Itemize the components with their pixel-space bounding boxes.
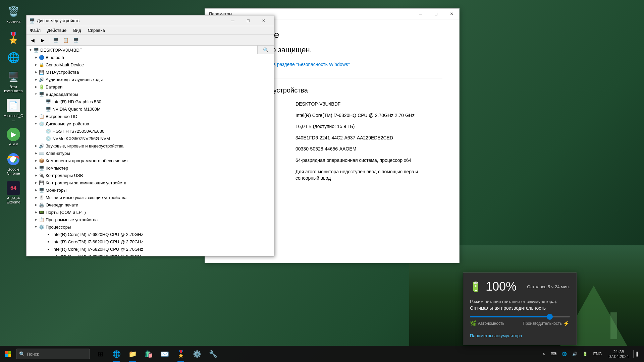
taskbar-item-store[interactable]: 🛍️ [141,346,156,362]
tray-show-hidden[interactable]: ∧ [540,350,547,358]
desktop-icon-office[interactable]: 📄 Microsoft_O... [2,98,25,123]
taskbar-item-settings[interactable]: ⚙️ [189,346,205,362]
device-tree[interactable]: ▼ 🖥️ DESKTOP-V3U4BDF ▶ 🔵 Bluetooth ▶ 🔒 C… [26,46,274,256]
audio-expander[interactable]: ▶ [33,77,39,82]
cpu4-expander [40,254,45,256]
toolbar-properties[interactable]: 📋 [61,36,70,45]
software-expander[interactable]: ▶ [33,158,39,163]
procs-expander[interactable]: ▼ [33,224,39,230]
desktop-icon-edge[interactable]: 🌐 [2,49,25,65]
print-expander[interactable]: ▶ [33,202,39,207]
tree-item-usb[interactable]: ▶ 🔌 Контроллеры USB [26,172,274,179]
tree-item-softdev[interactable]: ▶ 📋 Программные устройства [26,216,274,223]
minimize-button[interactable]: ─ [225,15,240,26]
settings-close[interactable]: ✕ [444,9,459,19]
start-button[interactable] [0,346,16,362]
computer-expander[interactable]: ▶ [33,165,39,171]
tree-item-bluetooth[interactable]: ▶ 🔵 Bluetooth [26,54,274,61]
tree-item-computer[interactable]: ▶ 🖥️ Компьютер [26,164,274,172]
softdev-expander[interactable]: ▶ [33,217,39,222]
root-expander[interactable]: ▼ [28,47,33,53]
tree-item-controlvault[interactable]: ▶ 🔒 ControlVault Device [26,61,274,68]
sound-expander[interactable]: ▶ [33,143,39,148]
usb-expander[interactable]: ▶ [33,173,39,178]
tree-item-procs[interactable]: ▼ ⚙️ Процессоры [26,223,274,231]
ports-expander[interactable]: ▶ [33,209,39,215]
toolbar-forward[interactable]: ▶ [38,36,47,45]
settings-minimize[interactable]: ─ [413,9,428,19]
tray-battery[interactable]: 🔋 [581,350,590,358]
controlvault-expander[interactable]: ▶ [33,62,39,67]
mtd-expander[interactable]: ▶ [33,69,39,75]
menu-action[interactable]: Действие [44,26,70,34]
toolbar-monitor[interactable]: 🖥️ [71,36,80,45]
desktop-icon-wot[interactable]: 🎖️ [2,30,25,46]
taskbar-item-explorer[interactable]: 📁 [125,346,140,362]
taskbar-item-edge[interactable]: 🌐 [109,346,124,362]
monitors-expander[interactable]: ▶ [33,187,39,193]
taskbar-item-app1[interactable]: 🔧 [205,346,221,362]
battery-settings-link[interactable]: Параметры аккумулятора [470,333,570,338]
tree-item-cpu4[interactable]: ▪ Intel(R) Core(TM) i7-6820HQ CPU @ 2.70… [26,253,274,256]
tree-item-ports[interactable]: ▶ 📟 Порты (COM и LPT) [26,208,274,216]
tree-item-cpu2[interactable]: ▪ Intel(R) Core(TM) i7-6820HQ CPU @ 2.70… [26,238,274,245]
tree-item-audio[interactable]: ▶ 🔊 Аудиовходы и аудиовыходы [26,76,274,83]
mice-expander[interactable]: ▶ [33,195,39,200]
tray-sound[interactable]: 🔊 [570,350,579,358]
tree-item-hgst[interactable]: 💿 HGST HTS725050A7E630 [26,127,274,135]
tree-item-mice[interactable]: ▶ 🖱️ Мыши и иные указывающие устройства [26,194,274,201]
tray-keyboard[interactable]: ⌨ [549,350,558,358]
tree-item-sound[interactable]: ▶ 🔊 Звуковые, игровые и видеоустройства [26,142,274,149]
taskbar-search-box[interactable]: 🔍 Поиск [16,349,90,359]
toolbar-back[interactable]: ◀ [28,36,37,45]
tray-show-desktop[interactable]: ▌ [633,350,641,358]
tree-item-disk[interactable]: ▼ 💿 Дисковые устройства [26,120,274,127]
bluetooth-expander[interactable]: ▶ [33,55,39,60]
tree-item-hd530[interactable]: 🖥️ Intel(R) HD Graphics 530 [26,98,274,105]
tree-item-battery[interactable]: ▶ 🔋 Батареи [26,83,274,90]
menu-help[interactable]: Справка [85,26,108,34]
close-button[interactable]: ✕ [256,15,271,26]
tree-item-software[interactable]: ▶ 📦 Компоненты программного обеспечения [26,157,274,164]
settings-maximize[interactable]: □ [428,9,444,19]
video-expander[interactable]: ▼ [33,92,39,97]
keyboard-expander[interactable]: ▶ [33,150,39,156]
device-manager-content: ▼ 🖥️ DESKTOP-V3U4BDF ▶ 🔵 Bluetooth ▶ 🔒 C… [26,46,274,256]
battery-expander[interactable]: ▶ [33,84,39,89]
toolbar-computer[interactable]: 🖥️ [51,36,60,45]
desktop-icon-chrome[interactable]: Google Chrome [2,151,25,177]
tree-item-firmware[interactable]: ▶ 📋 Встроенное ПО [26,113,274,120]
desktop-icon-aimp[interactable]: ▶ AIMP [2,126,25,148]
taskbar-clock[interactable]: 21:38 07.04.2024 [605,349,632,359]
firmware-expander[interactable]: ▶ [33,114,39,119]
taskbar-task-view[interactable]: ⊞ [93,346,108,362]
maximize-button[interactable]: □ [240,15,256,26]
battery-slider[interactable] [470,316,570,317]
bluetooth-label: Bluetooth [46,55,64,60]
ports-icon: 📟 [39,209,45,215]
tree-item-cpu3[interactable]: ▪ Intel(R) Core(TM) i7-6820HQ CPU @ 2.70… [26,245,274,253]
tray-lang[interactable]: ENG [591,350,604,358]
tree-root[interactable]: ▼ 🖥️ DESKTOP-V3U4BDF [26,46,274,54]
tree-item-nvme[interactable]: 💿 NVMe KXG50ZNV256G NVM [26,135,274,142]
tree-item-keyboard[interactable]: ▶ ⌨️ Клавиатуры [26,149,274,157]
taskbar-item-mail[interactable]: ✉️ [157,346,172,362]
tree-item-mtd[interactable]: ▶ 💾 MTD-устройства [26,68,274,76]
tree-item-cpu1[interactable]: ▪ Intel(R) Core(TM) i7-6820HQ CPU @ 2.70… [26,231,274,238]
storage-expander[interactable]: ▶ [33,180,39,185]
tray-network[interactable]: 🌐 [560,350,569,358]
tree-item-print[interactable]: ▶ 🖨️ Очереди печати [26,201,274,208]
battery-slider-thumb[interactable] [547,314,553,320]
desktop-icon-computer[interactable]: 🖥️ Этот компьютер [2,69,25,94]
tree-item-storage[interactable]: ▶ 💾 Контроллеры запоминающих устройств [26,179,274,186]
tree-item-video[interactable]: ▼ 🖥️ Видеоадаптеры [26,90,274,98]
taskbar-item-wot[interactable]: 🎖️ [173,346,189,362]
menu-file[interactable]: Файл [26,26,44,34]
disk-expander[interactable]: ▼ [33,121,39,126]
tree-item-quadro[interactable]: 🖥️ NVIDIA Quadro M1000M [26,105,274,113]
tree-search[interactable]: 🔍 [257,46,274,54]
desktop-icon-recycle-bin[interactable]: 🗑️ Корзина [2,3,25,25]
menu-view[interactable]: Вид [70,26,85,34]
desktop-icon-aida64[interactable]: 64 AIDA64 Extreme [2,180,25,205]
tree-item-monitors[interactable]: ▶ 🖥️ Мониторы [26,186,274,194]
